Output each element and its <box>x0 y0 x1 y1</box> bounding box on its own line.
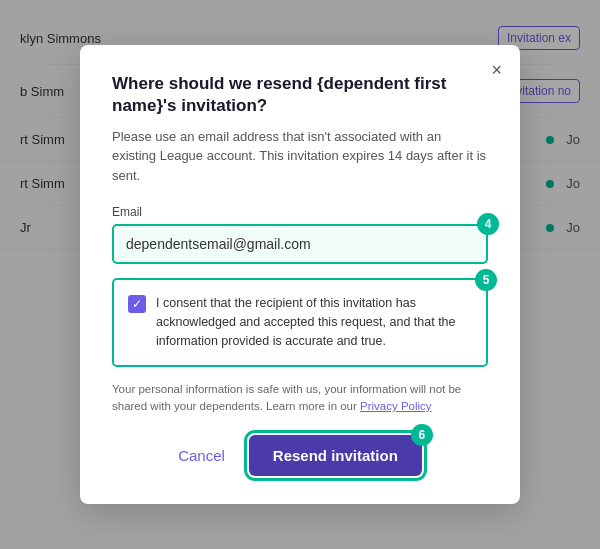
resend-invitation-button[interactable]: Resend invitation <box>249 435 422 476</box>
modal-overlay: × Where should we resend {dependent firs… <box>0 0 600 549</box>
close-button[interactable]: × <box>491 61 502 79</box>
cancel-button[interactable]: Cancel <box>178 447 225 464</box>
step-badge-4: 4 <box>477 213 499 235</box>
email-input[interactable] <box>112 224 488 264</box>
modal-description: Please use an email address that isn't a… <box>112 127 488 186</box>
resend-invitation-modal: × Where should we resend {dependent firs… <box>80 45 520 504</box>
consent-checkbox[interactable]: ✓ <box>128 295 146 313</box>
modal-actions: Cancel Resend invitation 6 <box>112 435 488 476</box>
step-badge-6: 6 <box>411 424 433 446</box>
consent-wrapper: ✓ I consent that the recipient of this i… <box>112 278 488 366</box>
privacy-note: Your personal information is safe with u… <box>112 381 488 416</box>
privacy-policy-link[interactable]: Privacy Policy <box>360 400 432 412</box>
email-field-wrapper: 4 <box>112 224 488 264</box>
consent-text: I consent that the recipient of this inv… <box>156 294 472 350</box>
email-label: Email <box>112 205 488 219</box>
step-badge-5: 5 <box>475 269 497 291</box>
resend-button-wrapper: Resend invitation 6 <box>249 435 422 476</box>
modal-title: Where should we resend {dependent first … <box>112 73 488 117</box>
consent-inner: ✓ I consent that the recipient of this i… <box>128 294 472 350</box>
